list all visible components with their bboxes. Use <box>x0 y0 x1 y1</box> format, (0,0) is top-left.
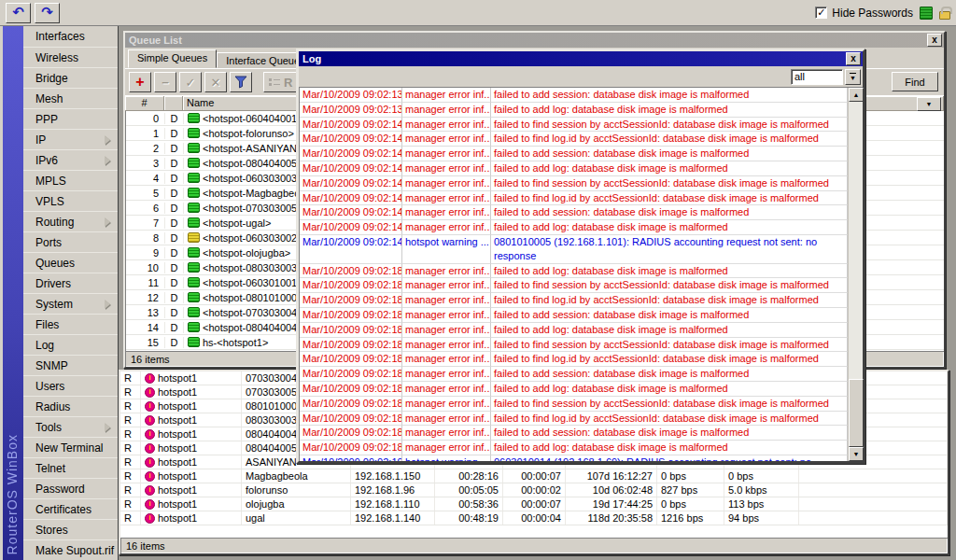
sidebar-item-users[interactable]: Users <box>23 375 118 396</box>
log-filter-select[interactable]: all <box>791 69 843 85</box>
log-scrollbar[interactable]: ▲ ▼ <box>848 88 863 461</box>
log-row[interactable]: Mar/10/2009 09:02:13manager error inf...… <box>300 103 848 118</box>
sidebar-item-interfaces[interactable]: Interfaces <box>23 26 118 47</box>
log-row[interactable]: Mar/10/2009 09:02:14manager error inf...… <box>300 147 848 161</box>
log-row[interactable]: Mar/10/2009 09:02:18manager error inf...… <box>300 397 848 412</box>
redo-button[interactable]: ↷ <box>35 3 60 23</box>
sidebar-item-ppp[interactable]: PPP <box>23 108 118 129</box>
log-row[interactable]: Mar/10/2009 09:02:14manager error inf...… <box>300 176 848 191</box>
add-queue-button[interactable]: + <box>129 72 151 92</box>
log-row[interactable]: Mar/10/2009 09:02:19hotspot warning ...0… <box>300 455 848 461</box>
log-close-button[interactable]: x <box>846 52 861 65</box>
log-row[interactable]: Mar/10/2009 09:02:18manager error inf...… <box>300 264 848 279</box>
queue-row-number: 13 <box>126 307 165 318</box>
sidebar-item-tools[interactable]: Tools <box>23 416 118 437</box>
hotspot-user-icon: i <box>145 485 155 496</box>
queue-list-close-button[interactable]: x <box>927 34 942 47</box>
sidebar-item-certificates[interactable]: Certificates <box>23 498 118 519</box>
active-server-name: hotspot1 <box>158 372 197 384</box>
log-message: failed to add log: database disk image i… <box>491 441 848 455</box>
log-row[interactable]: Mar/10/2009 09:02:18manager error inf...… <box>300 323 848 338</box>
log-row[interactable]: Mar/10/2009 09:02:18manager error inf...… <box>300 352 848 367</box>
active-user-row[interactable]: Rihotspot1folorunso192.168.1.9600:05:050… <box>120 483 948 497</box>
log-row[interactable]: Mar/10/2009 09:02:14manager error inf...… <box>300 132 848 147</box>
sidebar-item-bridge[interactable]: Bridge <box>23 67 118 88</box>
log-message: failed to add session: database disk ima… <box>491 426 848 441</box>
queue-list-titlebar[interactable]: Queue List x <box>125 33 944 48</box>
sidebar-item-files[interactable]: Files <box>23 314 118 334</box>
sidebar-item-radius[interactable]: Radius <box>23 396 118 416</box>
column-select-button[interactable]: ▼ <box>917 97 941 111</box>
log-row[interactable]: Mar/10/2009 09:02:18manager error inf...… <box>300 308 848 323</box>
sidebar-item-mpls[interactable]: MPLS <box>23 170 118 190</box>
log-row[interactable]: Mar/10/2009 09:02:18manager error inf...… <box>300 426 848 441</box>
active-server: ihotspot1 <box>141 511 242 525</box>
log-row[interactable]: Mar/10/2009 09:02:18manager error inf...… <box>300 412 848 427</box>
tab-simple-queues[interactable]: Simple Queues <box>128 49 217 68</box>
column-header-number[interactable]: # <box>125 96 164 111</box>
log-row[interactable]: Mar/10/2009 09:02:18manager error inf...… <box>300 441 848 455</box>
log-row[interactable]: Mar/10/2009 09:02:14manager error inf...… <box>300 161 848 176</box>
filter-button[interactable] <box>230 72 252 92</box>
log-row[interactable]: Mar/10/2009 09:02:18manager error inf...… <box>300 367 848 382</box>
undo-button[interactable]: ↶ <box>6 3 31 23</box>
scroll-up-button[interactable]: ▲ <box>849 88 864 102</box>
log-topics: manager error inf... <box>402 147 491 161</box>
log-time: Mar/10/2009 09:02:14 <box>300 205 402 220</box>
sidebar-item-ports[interactable]: Ports <box>23 231 118 252</box>
active-user-row[interactable]: Rihotspot1ugal192.168.1.14000:48:1900:00… <box>120 511 948 525</box>
remove-queue-button[interactable]: − <box>154 72 176 92</box>
sidebar-item-queues[interactable]: Queues <box>23 252 118 273</box>
desktop: Rihotspot10703030049Rihotspot10703030053… <box>119 26 956 560</box>
sidebar-item-stores[interactable]: Stores <box>23 519 118 539</box>
sidebar-item-new-terminal[interactable]: New Terminal <box>23 437 118 457</box>
log-titlebar[interactable]: Log x <box>299 51 863 66</box>
log-row[interactable]: Mar/10/2009 09:02:14manager error inf...… <box>300 205 848 220</box>
log-time: Mar/10/2009 09:02:19 <box>300 455 402 461</box>
sidebar-item-password[interactable]: Password <box>23 478 118 498</box>
sidebar-item-mesh[interactable]: Mesh <box>23 88 118 108</box>
column-header-flags[interactable] <box>164 96 183 111</box>
scroll-down-button[interactable]: ▼ <box>849 447 864 461</box>
log-row[interactable]: Mar/10/2009 09:02:18manager error inf...… <box>300 293 848 308</box>
sidebar-item-log[interactable]: Log <box>23 334 118 355</box>
redo-icon: ↷ <box>41 6 53 20</box>
active-tx-rate: 94 bps <box>724 511 799 525</box>
find-button[interactable]: Find <box>892 72 938 91</box>
log-filter-drop-button[interactable]: ▼ <box>845 69 861 85</box>
sidebar-item-drivers[interactable]: Drivers <box>23 273 118 293</box>
sidebar-item-telnet[interactable]: Telnet <box>23 457 118 478</box>
log-row[interactable]: Mar/10/2009 09:02:14manager error inf...… <box>300 118 848 133</box>
sidebar-item-system[interactable]: System <box>23 293 118 314</box>
sidebar-item-vpls[interactable]: VPLS <box>23 190 118 211</box>
sidebar-item-wireless[interactable]: Wireless <box>23 47 118 67</box>
active-user: ugal <box>242 511 351 525</box>
log-row[interactable]: Mar/10/2009 09:02:18manager error inf...… <box>300 278 848 293</box>
active-address: 192.168.1.150 <box>351 469 435 483</box>
hide-passwords-checkbox[interactable]: ✓ Hide Passwords <box>815 7 913 20</box>
log-time: Mar/10/2009 09:02:13 <box>300 103 402 118</box>
queue-items-count: 16 items <box>131 354 170 365</box>
sidebar-item-make-supout-rif[interactable]: Make Supout.rif <box>23 539 118 560</box>
enable-queue-button[interactable]: ✓ <box>179 72 202 92</box>
log-time: Mar/10/2009 09:02:14 <box>300 161 402 176</box>
sidebar-item-snmp[interactable]: SNMP <box>23 355 118 375</box>
log-row[interactable]: Mar/10/2009 09:02:18manager error inf...… <box>300 382 848 397</box>
sidebar-item-ip[interactable]: IP <box>23 129 118 149</box>
log-row[interactable]: Mar/10/2009 09:02:14manager error inf...… <box>300 220 848 235</box>
active-user-row[interactable]: Rihotspot1olojugba192.168.1.11000:58:360… <box>120 497 948 511</box>
log-row[interactable]: Mar/10/2009 09:02:14hotspot warning ...0… <box>300 235 848 264</box>
log-message: failed to find session by acctSessionId:… <box>491 338 848 353</box>
log-row[interactable]: Mar/10/2009 09:02:18manager error inf...… <box>300 338 848 353</box>
active-user: folorunso <box>242 483 351 497</box>
sidebar-item-ipv6[interactable]: IPv6 <box>23 149 118 170</box>
log-time: Mar/10/2009 09:02:14 <box>300 132 402 147</box>
queue-icon <box>188 143 200 153</box>
sidebar-item-routing[interactable]: Routing <box>23 211 118 231</box>
active-user-row[interactable]: Rihotspot1Magbagbeola192.168.1.15000:28:… <box>120 469 948 483</box>
scrollbar-thumb[interactable] <box>849 379 864 447</box>
log-row[interactable]: Mar/10/2009 09:02:14manager error inf...… <box>300 191 848 206</box>
log-row[interactable]: Mar/10/2009 09:02:13manager error inf...… <box>300 88 848 103</box>
disable-queue-button[interactable]: ✕ <box>204 72 227 92</box>
active-rx-rate: 827 bps <box>657 483 724 497</box>
